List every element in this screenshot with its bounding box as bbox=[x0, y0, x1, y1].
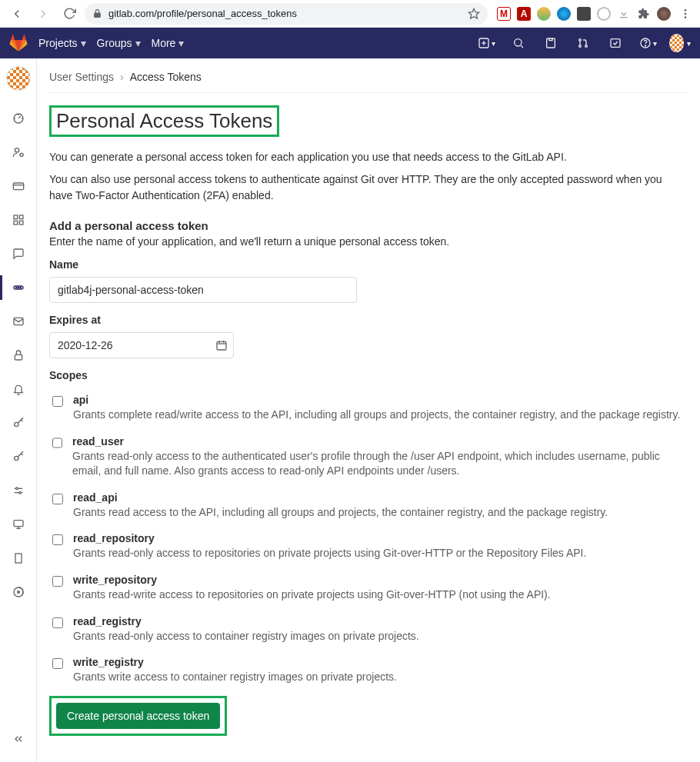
ext-mcafee-icon[interactable]: M bbox=[497, 7, 511, 21]
sidebar-item-mail[interactable] bbox=[0, 304, 37, 338]
svg-line-8 bbox=[521, 45, 523, 48]
mail-icon bbox=[12, 315, 25, 328]
add-token-heading: Add a personal access token bbox=[49, 219, 688, 232]
reload-button[interactable] bbox=[58, 3, 80, 25]
chevron-right-icon: › bbox=[120, 71, 124, 83]
ext-globe-icon[interactable] bbox=[557, 7, 571, 21]
issues-button[interactable] bbox=[540, 32, 562, 54]
ext-download-icon[interactable] bbox=[617, 7, 631, 21]
sidebar-item-token[interactable] bbox=[0, 271, 37, 304]
scope-checkbox-read_repository[interactable] bbox=[52, 534, 63, 545]
scope-name: write_repository bbox=[73, 574, 551, 586]
sidebar-item-bell[interactable] bbox=[0, 372, 37, 406]
nav-more[interactable]: More ▾ bbox=[152, 37, 185, 49]
ext-profile-icon[interactable] bbox=[657, 7, 671, 21]
svg-rect-24 bbox=[19, 221, 23, 225]
gitlab-logo-icon[interactable] bbox=[9, 34, 28, 52]
ext-puzzle-icon[interactable] bbox=[637, 7, 651, 21]
sidebar-item-key[interactable] bbox=[0, 406, 37, 440]
forward-button[interactable] bbox=[32, 3, 54, 25]
svg-point-48 bbox=[17, 591, 19, 594]
scope-row: apiGrants complete read/write access to … bbox=[49, 388, 688, 429]
scope-desc: Grants complete read/write access to the… bbox=[73, 408, 680, 423]
dashboard-icon bbox=[12, 112, 25, 125]
scope-desc: Grants read-only access to container reg… bbox=[73, 629, 419, 644]
help-button[interactable]: ▾ bbox=[637, 32, 658, 54]
svg-rect-13 bbox=[611, 39, 620, 48]
create-token-button[interactable]: Create personal access token bbox=[56, 703, 220, 729]
sidebar-item-dashboard[interactable] bbox=[0, 101, 37, 135]
scope-checkbox-api[interactable] bbox=[52, 396, 63, 407]
breadcrumb-current: Access Tokens bbox=[130, 71, 202, 83]
scope-checkbox-read_api[interactable] bbox=[52, 494, 63, 504]
user-menu[interactable]: ▾ bbox=[669, 32, 691, 54]
sidebar-item-chat[interactable] bbox=[0, 237, 37, 271]
scope-checkbox-write_repository[interactable] bbox=[52, 576, 63, 587]
svg-rect-19 bbox=[13, 183, 23, 190]
sidebar-item-applications[interactable] bbox=[0, 203, 37, 237]
scope-name: read_repository bbox=[73, 532, 586, 544]
scope-row: read_apiGrants read access to the API, i… bbox=[49, 485, 688, 527]
applications-icon bbox=[12, 214, 25, 226]
nav-projects-label: Projects bbox=[38, 37, 78, 49]
building-icon bbox=[12, 552, 25, 564]
svg-point-36 bbox=[18, 491, 21, 494]
gitlab-topbar: Projects ▾ Groups ▾ More ▾ ▾ ▾ ▾ bbox=[0, 28, 700, 58]
chevron-down-icon: ▾ bbox=[687, 39, 691, 48]
chrome-menu-button[interactable] bbox=[677, 3, 694, 25]
breadcrumb-parent[interactable]: User Settings bbox=[49, 71, 114, 83]
expires-label: Expires at bbox=[49, 314, 688, 326]
token-expires-input[interactable] bbox=[49, 332, 234, 358]
chevron-down-icon: ▾ bbox=[492, 39, 495, 48]
ext-adobe-icon[interactable]: A bbox=[517, 7, 531, 21]
svg-point-15 bbox=[645, 45, 645, 46]
new-dropdown-button[interactable]: ▾ bbox=[475, 32, 497, 54]
scope-checkbox-read_registry[interactable] bbox=[52, 617, 63, 628]
scope-row: write_repositoryGrants read-write access… bbox=[49, 567, 688, 609]
breadcrumb: User Settings › Access Tokens bbox=[49, 71, 688, 93]
sidebar-item-credit-card[interactable] bbox=[0, 169, 37, 203]
token-icon bbox=[12, 281, 25, 294]
scope-checkbox-read_user[interactable] bbox=[52, 438, 62, 448]
token-name-input[interactable] bbox=[49, 277, 357, 303]
scope-name: read_api bbox=[73, 491, 608, 504]
scopes-label: Scopes bbox=[49, 369, 688, 381]
address-bar[interactable]: gitlab.com/profile/personal_access_token… bbox=[85, 3, 488, 25]
search-button[interactable] bbox=[508, 32, 529, 54]
svg-point-28 bbox=[20, 287, 21, 288]
collapse-sidebar-button[interactable] bbox=[0, 724, 37, 754]
nav-groups[interactable]: Groups ▾ bbox=[97, 37, 141, 49]
svg-point-2 bbox=[685, 12, 687, 15]
sidebar-item-key[interactable] bbox=[0, 440, 37, 474]
todos-button[interactable] bbox=[605, 32, 626, 54]
sidebar-item-lock[interactable] bbox=[0, 338, 37, 372]
merge-requests-button[interactable] bbox=[572, 32, 594, 54]
svg-point-27 bbox=[18, 287, 18, 288]
lock-icon bbox=[12, 349, 25, 361]
ext-circle-icon[interactable] bbox=[597, 7, 611, 21]
scope-desc: Grants write access to container registr… bbox=[73, 670, 397, 685]
sidebar-item-building[interactable] bbox=[0, 541, 37, 575]
scope-desc: Grants read-only access to repositories … bbox=[73, 546, 586, 561]
credit-card-icon bbox=[12, 180, 25, 192]
nav-projects[interactable]: Projects ▾ bbox=[38, 37, 86, 49]
avatar bbox=[669, 34, 684, 52]
svg-point-26 bbox=[15, 287, 16, 288]
ext-avast-icon[interactable] bbox=[537, 7, 551, 21]
ext-pocket-icon[interactable] bbox=[577, 7, 591, 21]
svg-rect-30 bbox=[15, 354, 22, 360]
back-button[interactable] bbox=[6, 3, 28, 25]
sidebar-item-usage[interactable] bbox=[0, 575, 37, 609]
scope-desc: Grants read-only access to the authentic… bbox=[72, 449, 688, 479]
scope-desc: Grants read-write access to repositories… bbox=[73, 587, 551, 603]
scopes-list: apiGrants complete read/write access to … bbox=[49, 388, 688, 691]
sidebar-avatar[interactable] bbox=[6, 66, 31, 91]
sidebar-item-monitor[interactable] bbox=[0, 507, 37, 541]
scope-checkbox-write_registry[interactable] bbox=[52, 658, 63, 669]
browser-chrome: gitlab.com/profile/personal_access_token… bbox=[0, 0, 700, 28]
sidebar-item-sliders[interactable] bbox=[0, 474, 37, 507]
bookmark-star-icon[interactable] bbox=[468, 8, 480, 20]
sidebar-item-person-gear[interactable] bbox=[0, 135, 37, 169]
settings-sidebar bbox=[0, 58, 37, 762]
page-title: Personal Access Tokens bbox=[49, 105, 279, 137]
